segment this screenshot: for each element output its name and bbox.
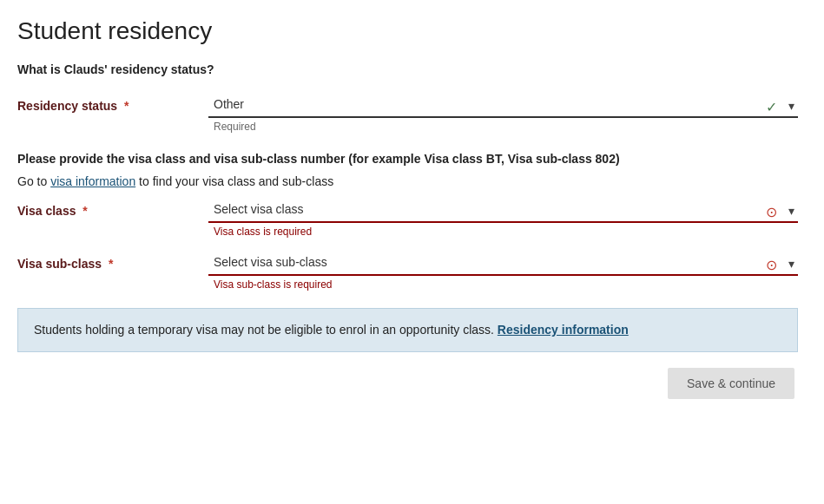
alert-text: Students holding a temporary visa may no…: [34, 323, 498, 337]
visa-link-suffix: to find your visa class and sub-class: [135, 174, 333, 188]
residency-information-link[interactable]: Residency information: [498, 323, 629, 337]
visa-class-label: Visa class *: [17, 197, 208, 218]
visa-class-dropdown-arrow-icon: ▾: [788, 204, 794, 218]
visa-info-bold: Please provide the visa class and visa s…: [17, 152, 798, 166]
visa-information-link[interactable]: visa information: [50, 174, 135, 188]
visa-subclass-row: Visa sub-class * Select visa sub-class ⊙…: [17, 250, 798, 291]
page-title: Student residency: [17, 17, 798, 45]
page-container: Student residency What is Clauds' reside…: [0, 0, 824, 416]
alert-box: Students holding a temporary visa may no…: [17, 308, 798, 352]
visa-subclass-dropdown-arrow-icon: ▾: [788, 257, 794, 271]
footer-row: Save & continue: [17, 368, 798, 399]
visa-subclass-error-icon: ⊙: [766, 257, 777, 273]
visa-subclass-control: Select visa sub-class ⊙ ▾ Visa sub-class…: [208, 250, 798, 291]
residency-status-control: Other Australian citizen Permanent resid…: [208, 92, 798, 133]
visa-subclass-label: Visa sub-class *: [17, 250, 208, 271]
visa-class-row: Visa class * Select visa class ⊙ ▾ Visa …: [17, 197, 798, 238]
residency-valid-icon: ✓: [766, 99, 777, 115]
visa-class-required-star: *: [79, 204, 87, 218]
save-continue-button[interactable]: Save & continue: [668, 368, 794, 399]
visa-info-section: Please provide the visa class and visa s…: [17, 152, 798, 188]
visa-class-hint: Visa class is required: [208, 226, 798, 238]
visa-class-error-icon: ⊙: [766, 204, 777, 220]
residency-status-select[interactable]: Other Australian citizen Permanent resid…: [208, 92, 798, 118]
visa-subclass-select[interactable]: Select visa sub-class: [208, 250, 798, 276]
visa-class-select[interactable]: Select visa class: [208, 197, 798, 223]
visa-class-control: Select visa class ⊙ ▾ Visa class is requ…: [208, 197, 798, 238]
residency-dropdown-arrow-icon: ▾: [788, 99, 794, 113]
residency-status-label: Residency status *: [17, 92, 208, 113]
residency-status-row: Residency status * Other Australian citi…: [17, 92, 798, 133]
residency-question: What is Clauds' residency status?: [17, 62, 798, 76]
visa-subclass-required-star: *: [105, 257, 113, 271]
visa-link-prefix: Go to: [17, 174, 50, 188]
visa-subclass-hint: Visa sub-class is required: [208, 278, 798, 291]
residency-required-star: *: [121, 99, 129, 113]
visa-link-paragraph: Go to visa information to find your visa…: [17, 174, 798, 188]
residency-hint: Required: [208, 121, 798, 133]
